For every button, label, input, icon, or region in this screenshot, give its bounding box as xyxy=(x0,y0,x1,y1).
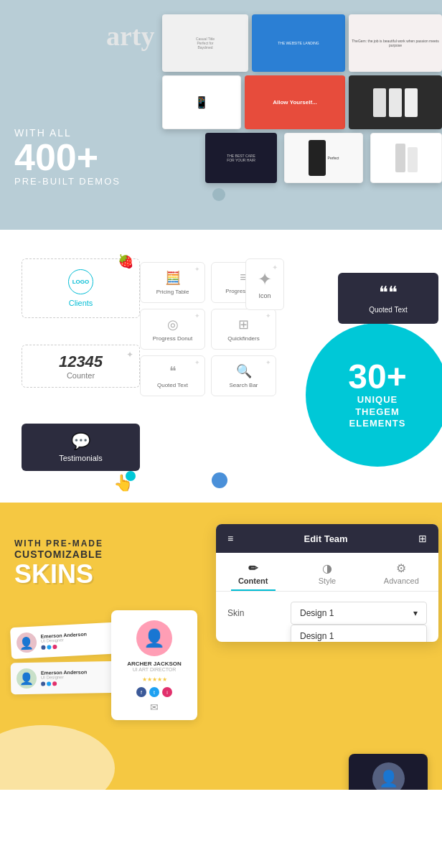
icon-widget: ✦ ✦ Icon xyxy=(245,258,284,310)
demo-screenshots: Casual TitlePerfect forBaydmed THE WEBSI… xyxy=(162,7,442,194)
profile-avatar-2: 👤 xyxy=(17,668,37,689)
demo-screenshot-9 xyxy=(370,133,442,183)
search-bar-label: Search Bar xyxy=(217,382,270,388)
profile-large-avatar: 👤 xyxy=(136,620,172,656)
clients-widget: 🍓 LOGO Clients xyxy=(22,258,140,318)
counter-widget: ✦ 12345 Counter xyxy=(22,345,140,388)
skin-selected-value[interactable]: Design 1 ▾ xyxy=(291,602,427,625)
advanced-tab-icon: ⚙ xyxy=(370,561,433,575)
counter-card: ✦ 12345 Counter xyxy=(22,345,140,388)
tab-content[interactable]: ✏ Content xyxy=(216,553,290,591)
demo-screenshot-4: 📱 xyxy=(162,75,241,129)
profile-avatar-1: 👤 xyxy=(16,632,37,653)
quoted-text-label: Quoted Text xyxy=(349,306,427,314)
skin-options-list: Design 1 Design 2 Design 3 Design 4 Desi… xyxy=(291,625,427,642)
quickfinders-label: Quickfinders xyxy=(217,335,270,342)
icon-card-corner: ✦ xyxy=(272,263,278,271)
corner-star-icon: ✦ xyxy=(126,350,133,360)
profile-dark-avatar: 👤 xyxy=(372,762,405,790)
mini-card-search-bar: ✦ 🔍 Search Bar xyxy=(211,355,276,396)
quoted-text-widget: ❝❝ Quoted Text xyxy=(338,273,438,324)
icon-star-icon: ✦ xyxy=(258,269,272,289)
mini-corner-icon-5: ✦ xyxy=(194,359,200,366)
panel-title: Edit Team xyxy=(304,533,348,544)
thirty-plus-badge: 30+ UNIQUE THEGEM ELEMENTS xyxy=(306,323,442,467)
mini-corner-icon-3: ✦ xyxy=(194,312,200,319)
profile-mini-2: 👤 Emerson Anderson UI Designer xyxy=(11,661,126,695)
clients-logo: LOGO xyxy=(68,269,93,294)
mini-card-pricing-table: ✦ 🧮 Pricing Table xyxy=(140,262,205,303)
mini-card-quoted-text: ✦ ❝ Quoted Text xyxy=(140,355,205,396)
demo-screenshot-2: THE WEBSITE LANDING xyxy=(252,14,345,72)
mini-corner-icon-1: ✦ xyxy=(194,266,200,273)
testimonials-label: Testimonials xyxy=(33,454,128,462)
icon-label: Icon xyxy=(258,292,272,299)
quoted-text-card: ❝❝ Quoted Text xyxy=(338,273,438,324)
hero-pre-built: PRE-BUILT DEMOS xyxy=(14,176,121,187)
panel-header: ≡ Edit Team ⊞ xyxy=(216,524,438,553)
counter-label: Counter xyxy=(32,371,129,380)
profile-info-2: Emerson Anderson UI Designer xyxy=(41,670,88,686)
demo-screenshot-1: Casual TitlePerfect forBaydmed xyxy=(162,14,248,72)
pricing-table-icon: 🧮 xyxy=(146,270,199,286)
profile-mini-1: 👤 Emerson Anderson UI Designer xyxy=(10,622,126,659)
profile-large-stars: ★★★★★ xyxy=(118,676,190,683)
style-tab-icon: ◑ xyxy=(296,561,358,575)
skins-label: SKINS xyxy=(14,560,103,589)
pricing-table-label: Pricing Table xyxy=(146,289,199,295)
clients-card: 🍓 LOGO Clients xyxy=(22,258,140,318)
edit-team-panel: ≡ Edit Team ⊞ ✏ Content ◑ Style ⚙ Advanc… xyxy=(216,524,438,642)
demo-screenshot-6 xyxy=(349,75,442,129)
testimonials-card: 💬 Testimonials 👆 xyxy=(22,424,140,471)
demo-screenshot-5: Allow Yourself... xyxy=(245,75,345,129)
demo-screenshot-7: THE BEST CAREFOR YOUR HAIR xyxy=(205,133,277,183)
progress-donut-icon: ◎ xyxy=(146,317,199,332)
profile-card-dark: 👤 KENNETH DIAZ STEVEN BEALS #1 PARTI TEL… xyxy=(349,754,428,790)
profile-info-1: Emerson Anderson UI Designer xyxy=(40,632,87,650)
skins-with-pre: WITH PRE-MADE xyxy=(14,538,103,549)
skins-section: WITH PRE-MADE CUSTOMIZABLE SKINS 👤 Emers… xyxy=(0,503,442,790)
speech-bubble-icon: 💬 xyxy=(33,432,128,451)
testimonials-widget: 💬 Testimonials 👆 xyxy=(22,424,140,471)
dot-teal xyxy=(126,471,136,481)
white-blob-decoration xyxy=(0,725,115,790)
hamburger-menu-icon[interactable]: ≡ xyxy=(227,533,233,544)
thirty-plus-subtitle: UNIQUE THEGEM ELEMENTS xyxy=(349,394,406,431)
profile-large-social: f t i xyxy=(118,687,190,697)
panel-body: Skin Design 1 ▾ Design 1 Design 2 Design… xyxy=(216,592,438,642)
skin-option-design1[interactable]: Design 1 xyxy=(291,625,426,642)
hero-count: 400+ xyxy=(14,139,121,176)
skins-customizable: CUSTOMIZABLE xyxy=(14,549,103,560)
quoted-text-small-label: Quoted Text xyxy=(146,382,199,388)
demo-screenshot-8: Perfect xyxy=(284,133,363,183)
tab-advanced[interactable]: ⚙ Advanced xyxy=(365,553,438,591)
panel-tabs: ✏ Content ◑ Style ⚙ Advanced xyxy=(216,553,438,592)
quickfinders-icon: ⊞ xyxy=(217,317,270,332)
clients-label: Clients xyxy=(37,299,125,307)
mini-corner-icon-4: ✦ xyxy=(265,312,271,319)
quoted-text-small-icon: ❝ xyxy=(146,363,199,379)
tab-style[interactable]: ◑ Style xyxy=(290,553,364,591)
fruit-icon: 🍓 xyxy=(118,253,133,269)
hero-text-block: WITH ALL 400+ PRE-BUILT DEMOS xyxy=(14,127,121,187)
quote-icon: ❝❝ xyxy=(349,283,427,303)
grid-icon[interactable]: ⊞ xyxy=(418,533,427,544)
profile-large-name: ARCHER JACKSON xyxy=(118,661,190,667)
mini-card-progress-donut: ✦ ◎ Progress Donut xyxy=(140,309,205,350)
instagram-icon: i xyxy=(162,687,172,697)
skin-dropdown[interactable]: Design 1 ▾ Design 1 Design 2 Design 3 De… xyxy=(291,602,427,625)
arty-watermark: arty xyxy=(106,20,155,52)
demo-screenshot-3: TheGem: the job is beautiful work when p… xyxy=(349,14,442,72)
progress-donut-label: Progress Donut xyxy=(146,335,199,342)
profile-card-large: 👤 ARCHER JACKSON UI ART DIRECTOR ★★★★★ f… xyxy=(111,610,197,720)
elements-section: 🍓 LOGO Clients ✦ 12345 Counter 💬 Testimo… xyxy=(0,230,442,503)
search-bar-icon: 🔍 xyxy=(217,363,270,379)
facebook-icon: f xyxy=(136,687,146,697)
skin-row: Skin Design 1 ▾ Design 1 Design 2 Design… xyxy=(227,602,427,625)
skin-label: Skin xyxy=(227,608,244,618)
profile-large-role: UI ART DIRECTOR xyxy=(118,667,190,672)
twitter-icon: t xyxy=(149,687,159,697)
mini-corner-icon-6: ✦ xyxy=(265,359,271,366)
hero-section: arty Casual TitlePerfect forBaydmed THE … xyxy=(0,0,442,230)
email-icon: ✉ xyxy=(118,701,190,713)
